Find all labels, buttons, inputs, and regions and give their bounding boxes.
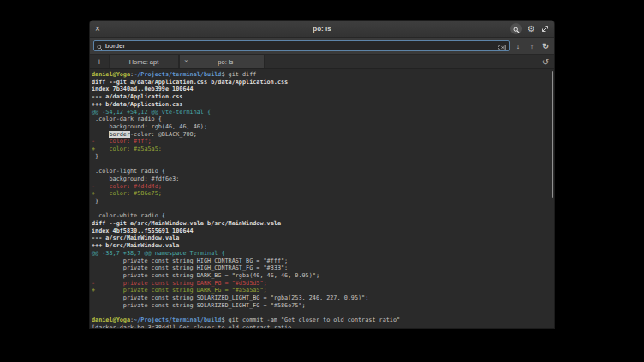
history-icon: ↺	[542, 57, 549, 67]
settings-button[interactable]: ⚙	[528, 25, 535, 33]
tab-label: Home: apt	[129, 58, 159, 66]
search-field-icon	[97, 39, 103, 54]
tab-bar: + Home: apt × po: ls ↺	[90, 55, 554, 69]
arrow-up-icon: ↑	[530, 41, 534, 51]
arrow-down-icon: ↓	[516, 41, 521, 51]
terminal-text: daniel@Yoga:~/Projects/terminal/build$ g…	[90, 69, 554, 328]
gear-icon: ⚙	[528, 24, 535, 33]
close-window-icon[interactable]: ×	[95, 25, 105, 33]
wrap-search-button[interactable]: ↻	[540, 41, 551, 51]
search-bar: border ↓ ↑ ↻	[90, 38, 554, 55]
tab-home-apt[interactable]: Home: apt	[109, 55, 179, 68]
tab-label: po: ls	[192, 58, 259, 66]
tab-bar-spacer	[265, 55, 537, 68]
tab-po-ls[interactable]: × po: ls	[179, 55, 265, 68]
terminal-viewport[interactable]: daniel@Yoga:~/Projects/terminal/build$ g…	[90, 69, 554, 328]
cyclic-arrows-icon: ↻	[542, 41, 549, 51]
clear-search-icon[interactable]	[498, 39, 506, 54]
scrollbar-thumb[interactable]	[552, 71, 553, 198]
search-query-text: border	[105, 42, 495, 50]
find-next-button[interactable]: ↓	[513, 41, 523, 51]
search-icon	[513, 21, 520, 37]
window-title: po: ls	[90, 25, 554, 33]
search-input[interactable]: border	[93, 40, 510, 51]
find-previous-button[interactable]: ↑	[527, 41, 537, 51]
fullscreen-button[interactable]	[541, 25, 549, 33]
titlebar[interactable]: × po: ls ⚙	[90, 21, 554, 38]
close-tab-icon[interactable]: ×	[184, 58, 188, 65]
expand-icon	[541, 25, 549, 33]
new-tab-button[interactable]: +	[90, 55, 109, 68]
search-button[interactable]	[510, 23, 522, 34]
plus-icon: +	[97, 57, 102, 67]
terminal-window: × po: ls ⚙	[90, 21, 554, 328]
history-button[interactable]: ↺	[537, 55, 554, 68]
